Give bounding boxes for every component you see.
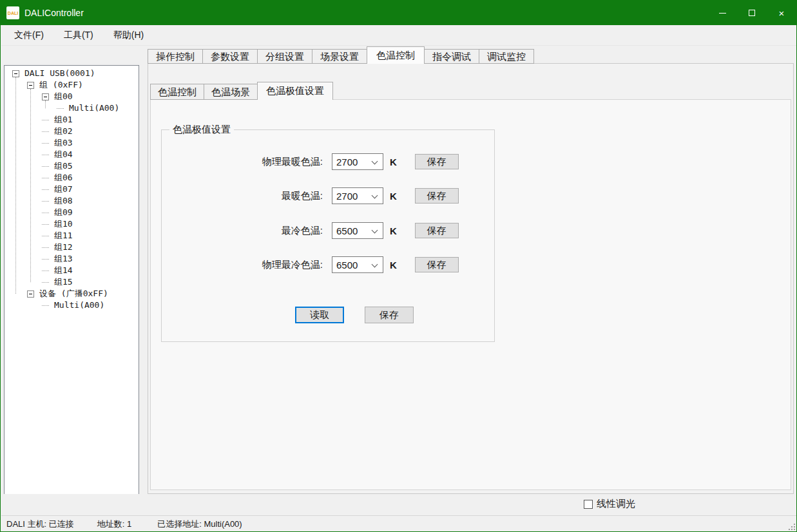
- device-tree[interactable]: DALI USB(0001)组 (0xFF)组00Multi(A00)组01组0…: [4, 65, 139, 497]
- tree-item[interactable]: 组06: [5, 172, 139, 184]
- row-save-button[interactable]: 保存: [415, 257, 459, 272]
- tree-item-label: 组04: [54, 149, 73, 160]
- minimize-button[interactable]: [707, 1, 737, 25]
- tree-item[interactable]: 组14: [5, 265, 139, 276]
- tree-connector: [42, 247, 49, 248]
- tree-item[interactable]: 组00: [5, 91, 139, 102]
- chevron-down-icon[interactable]: [372, 261, 378, 268]
- cct-combobox[interactable]: 6500: [332, 222, 383, 239]
- menu-item-1[interactable]: 文件(F): [7, 26, 51, 44]
- tab-2[interactable]: 参数设置: [203, 49, 258, 64]
- combobox-value: 2700: [332, 191, 358, 202]
- tree-item[interactable]: 组01: [5, 114, 139, 126]
- row-save-button[interactable]: 保存: [415, 154, 459, 169]
- tab-6[interactable]: 指令调试: [425, 49, 479, 64]
- linear-dimming-checkbox[interactable]: 线性调光: [584, 498, 635, 510]
- tree-item[interactable]: 组04: [5, 149, 139, 160]
- cct-combobox[interactable]: 2700: [332, 187, 383, 204]
- row-save-button[interactable]: 保存: [415, 188, 459, 204]
- chevron-down-icon[interactable]: [372, 158, 378, 165]
- read-button[interactable]: 读取: [295, 307, 344, 323]
- tree-item[interactable]: 组10: [5, 218, 139, 230]
- row-save-button[interactable]: 保存: [415, 223, 459, 238]
- cct-combobox[interactable]: 2700: [332, 153, 383, 170]
- tree-connector: [42, 305, 49, 306]
- tree-item-label: Multi(A00): [54, 299, 104, 311]
- tree-item-label: 组03: [54, 137, 73, 149]
- tab-4[interactable]: 场景设置: [312, 49, 367, 64]
- tree-item-label: 设备 (广播0xFF): [39, 288, 108, 299]
- cct-combobox[interactable]: 6500: [332, 256, 383, 273]
- tree-item[interactable]: 组 (0xFF): [5, 79, 139, 91]
- tree-item[interactable]: 组08: [5, 195, 139, 207]
- menu-item-3[interactable]: 帮助(H): [106, 26, 151, 44]
- tree-item-label: 组13: [54, 253, 73, 265]
- tab-5[interactable]: 色温控制: [367, 46, 425, 64]
- tree-item[interactable]: Multi(A00): [5, 299, 139, 311]
- minimize-icon: [719, 13, 726, 14]
- tree-item-label: 组07: [54, 184, 73, 195]
- chevron-down-icon[interactable]: [372, 193, 378, 199]
- tree-connector: [42, 189, 49, 190]
- cct-limits-groupbox: 色温极值设置 物理最暖色温:2700K保存最暖色温:2700K保存最冷色温:65…: [161, 129, 495, 342]
- tree-connector: [42, 271, 49, 271]
- tree-item[interactable]: 组13: [5, 253, 139, 265]
- status-address-count: 地址数: 1: [97, 518, 131, 530]
- tree-item[interactable]: 组03: [5, 137, 139, 149]
- save-all-button[interactable]: 保存: [365, 307, 414, 323]
- tree-item-label: 组08: [54, 195, 73, 207]
- collapse-icon[interactable]: [42, 93, 49, 100]
- tree-item-label: 组12: [54, 242, 73, 253]
- tab-7[interactable]: 调试监控: [479, 49, 534, 64]
- close-button[interactable]: ×: [767, 1, 796, 25]
- collapse-icon[interactable]: [12, 70, 19, 77]
- sub-tab-strip: 色温控制色温场景色温极值设置: [150, 82, 333, 100]
- status-bar: DALI 主机: 已连接 地址数: 1 已选择地址: Multi(A00): [1, 515, 797, 532]
- window-title: DALIController: [24, 8, 84, 18]
- tree-item[interactable]: DALI USB(0001): [5, 68, 139, 79]
- collapse-icon[interactable]: [27, 82, 34, 89]
- unit-label: K: [390, 157, 397, 167]
- tab-1[interactable]: 操作控制: [148, 49, 203, 64]
- combobox-value: 2700: [332, 157, 358, 167]
- tree-item-label: 组 (0xFF): [39, 79, 83, 91]
- subtab-2[interactable]: 色温场景: [204, 84, 258, 100]
- collapse-icon[interactable]: [27, 290, 34, 298]
- tree-item[interactable]: 组05: [5, 160, 139, 172]
- maximize-button[interactable]: [737, 1, 767, 25]
- tree-item[interactable]: 组11: [5, 230, 139, 242]
- field-label: 最暖色温:: [162, 190, 323, 202]
- tree-item[interactable]: 设备 (广播0xFF): [5, 288, 139, 299]
- tree-connector: [42, 166, 49, 167]
- tree-item[interactable]: Multi(A00): [5, 102, 139, 114]
- tree-connector: [57, 108, 64, 109]
- status-connection: DALI 主机: 已连接: [6, 518, 74, 530]
- chevron-down-icon[interactable]: [372, 227, 378, 234]
- menu-item-2[interactable]: 工具(T): [57, 26, 101, 44]
- menu-bar: 文件(F)工具(T)帮助(H): [1, 25, 797, 46]
- tree-connector: [42, 224, 49, 225]
- field-label: 最冷色温:: [162, 225, 323, 237]
- tree-item-label: 组11: [54, 230, 73, 242]
- tab-3[interactable]: 分组设置: [258, 49, 312, 64]
- footer-bar: 线性调光: [1, 494, 797, 515]
- tree-connector: [42, 155, 49, 155]
- tree-item-label: 组06: [54, 172, 73, 184]
- tree-item[interactable]: 组12: [5, 242, 139, 253]
- tree-item-label: Multi(A00): [69, 102, 119, 114]
- subtab-3[interactable]: 色温极值设置: [257, 82, 333, 100]
- tree-connector: [42, 259, 49, 260]
- tree-item[interactable]: 组02: [5, 126, 139, 137]
- tree-item[interactable]: 组09: [5, 207, 139, 218]
- resize-grip[interactable]: [787, 522, 795, 530]
- checkbox-icon[interactable]: [584, 500, 593, 509]
- form-row: 最暖色温:2700K保存: [162, 187, 494, 204]
- tree-connector: [42, 178, 49, 178]
- groupbox-title: 色温极值设置: [169, 124, 234, 136]
- tree-item[interactable]: 组07: [5, 184, 139, 195]
- subtab-1[interactable]: 色温控制: [150, 84, 204, 100]
- app-window: DALI DALIController × 文件(F)工具(T)帮助(H) DA…: [0, 0, 797, 532]
- tree-item[interactable]: 组15: [5, 276, 139, 288]
- tree-item-label: 组10: [54, 218, 73, 230]
- maximize-icon: [749, 10, 755, 16]
